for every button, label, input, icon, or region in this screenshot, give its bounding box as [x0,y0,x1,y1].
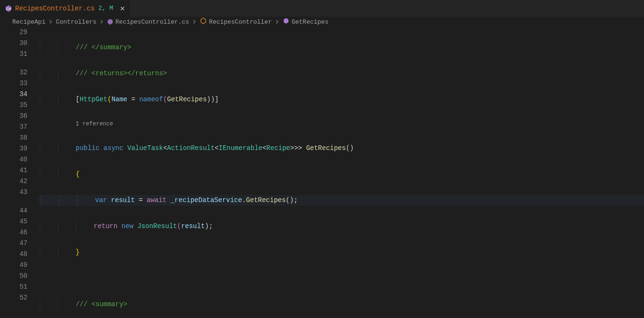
breadcrumb-file-label: RecipesController.cs [115,18,189,26]
breadcrumb-class-label: RecipesController [209,18,272,26]
chevron-right-icon [274,18,280,25]
code-area[interactable]: /// </summary> /// <returns></returns> [… [37,27,644,318]
code-line[interactable]: return new JsonResult(result); [37,221,644,232]
line-number[interactable]: 45 [0,216,37,227]
code-line[interactable]: { [37,169,644,180]
code-line[interactable]: public async ValueTask<ActionResult<IEnu… [37,143,644,154]
class-icon [200,17,207,26]
line-number[interactable]: 40 [0,154,37,165]
line-number[interactable]: 39 [0,143,37,154]
line-number[interactable]: 42 [0,176,37,187]
code-line[interactable]: /// <summary> [37,299,644,310]
code-line[interactable]: [HttpGet(Name = nameof(GetRecipes))] [37,94,644,105]
chevron-right-icon [191,18,198,25]
line-number[interactable]: 31 [0,49,37,60]
tab-close-icon[interactable] [119,5,126,12]
line-number[interactable]: 52 [0,292,37,303]
line-number[interactable]: 35 [0,100,37,111]
tab-bar: C# RecipesController.cs 2, M [0,0,644,17]
line-number[interactable]: 43 [0,187,37,198]
method-icon [282,17,290,26]
line-number[interactable]: 33 [0,78,37,89]
code-line[interactable]: } [37,247,644,258]
breadcrumb-method-label: GetRecipes [292,18,329,26]
svg-text:C#: C# [6,7,11,11]
line-number[interactable]: 50 [0,271,37,282]
code-line[interactable]: /// </summary> [37,42,644,53]
line-number[interactable]: 47 [0,238,37,249]
code-line[interactable] [37,273,644,284]
csharp-file-icon: C# [5,5,12,12]
line-number[interactable]: 44 [0,205,37,216]
tab-recipes-controller[interactable]: C# RecipesController.cs 2, M [0,0,131,17]
line-number[interactable]: 48 [0,249,37,260]
line-number[interactable]: 32 [0,67,37,78]
chevron-right-icon [98,18,105,25]
breadcrumb-file[interactable]: RecipesController.cs [107,18,189,26]
gutter: 29 30 31 32 33 34 35 36 37 38 39 40 41 4… [0,27,37,318]
chevron-right-icon [47,18,54,25]
line-number[interactable]: 37 [0,122,37,132]
breadcrumb-folder[interactable]: Controllers [56,18,96,26]
line-number[interactable]: 49 [0,260,37,271]
tab-status-badge: 2, M [98,5,113,12]
breadcrumb[interactable]: RecipeApi Controllers RecipesController.… [0,17,644,27]
tab-label: RecipesController.cs [15,5,95,12]
line-number[interactable]: 41 [0,165,37,176]
line-number[interactable]: 51 [0,282,37,292]
line-number[interactable]: 30 [0,38,37,49]
code-editor[interactable]: 29 30 31 32 33 34 35 36 37 38 39 40 41 4… [0,27,644,318]
csharp-file-icon [107,18,113,25]
line-number[interactable]: 36 [0,111,37,122]
codelens-references[interactable]: 1 reference [37,120,644,128]
line-number[interactable]: 34 [0,89,37,100]
breadcrumb-folder[interactable]: RecipeApi [12,18,45,26]
line-number[interactable]: 38 [0,132,37,143]
breadcrumb-class[interactable]: RecipesController [200,17,272,26]
line-number[interactable]: 29 [0,27,37,38]
code-line-active[interactable]: var result = await _recipeDataService.Ge… [37,195,644,206]
code-line[interactable]: /// <returns></returns> [37,68,644,79]
breadcrumb-method[interactable]: GetRecipes [282,17,329,26]
line-number[interactable]: 46 [0,227,37,238]
